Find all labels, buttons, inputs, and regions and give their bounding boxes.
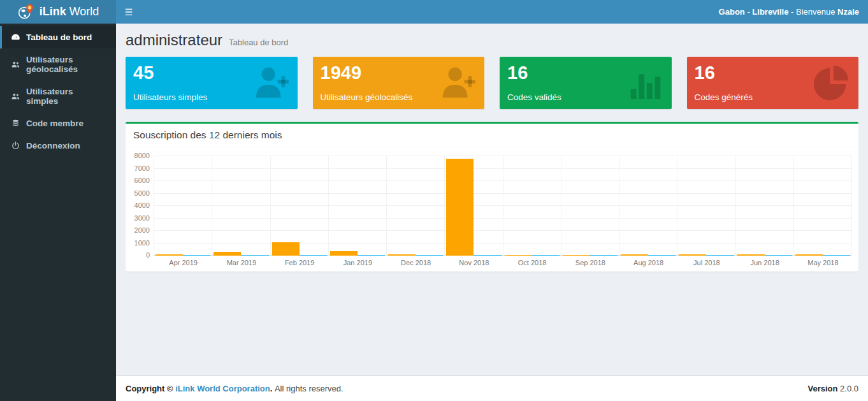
- brand-logo[interactable]: $ iLink World: [0, 0, 116, 24]
- dashboard-icon: [11, 33, 20, 42]
- bar-group: [561, 156, 619, 256]
- sidebar-item-deconnexion[interactable]: Déconnexion: [0, 135, 116, 157]
- x-tick-label: Mar 2019: [212, 259, 270, 266]
- bar-blue: [358, 255, 385, 256]
- bar-orange: [446, 159, 474, 256]
- footer: Copyright © iLink World Corporation. All…: [116, 375, 868, 401]
- panel-header: Souscription des 12 derniers mois: [126, 124, 858, 147]
- sidebar-item-label: Utilisateurs simples: [26, 87, 107, 106]
- x-tick-label: Aug 2018: [619, 259, 677, 266]
- bar-orange: [679, 254, 706, 256]
- chart-x-labels: Apr 2019Mar 2019Feb 2019Jan 2019Dec 2018…: [154, 256, 852, 266]
- bar-group: [212, 156, 270, 256]
- x-tick-label: Dec 2018: [387, 259, 445, 266]
- bar-blue: [416, 255, 443, 256]
- chart-y-axis: 010002000300040005000600070008000: [131, 156, 154, 256]
- bar-group: [271, 156, 329, 256]
- x-tick-label: Jun 2018: [736, 259, 794, 266]
- sidebar-toggle-button[interactable]: ☰: [116, 0, 141, 24]
- subscription-bar-chart: 010002000300040005000600070008000 Apr 20…: [126, 147, 858, 272]
- x-tick-label: May 2018: [794, 259, 852, 266]
- x-tick-label: Sep 2018: [561, 259, 619, 266]
- bar-blue: [532, 255, 560, 256]
- bar-group: [329, 156, 387, 256]
- greeting-separator: -: [788, 7, 796, 17]
- stat-cards: 45 Utilisateurs simples 1949 Utilisateur…: [126, 57, 858, 109]
- bar-blue: [590, 255, 618, 256]
- bar-group: [387, 156, 445, 256]
- sidebar-item-utilisateurs-geolocalises[interactable]: Utilisateurs géolocalisés: [0, 48, 116, 80]
- brand-name-regular: World: [69, 5, 99, 18]
- x-tick-label: Feb 2019: [271, 259, 329, 266]
- app-window: $ iLink World ☰ Gabon - Libreville - Bie…: [0, 0, 868, 401]
- user-country: Gabon: [719, 7, 745, 17]
- chart-plot: [154, 156, 852, 256]
- bar-group: [619, 156, 677, 256]
- bar-orange: [795, 254, 823, 256]
- main-content: administrateur Tableau de bord 45 Utilis…: [116, 24, 868, 401]
- footer-copyright: Copyright © iLink World Corporation. All…: [126, 384, 344, 393]
- sidebar-item-tableau-de-bord[interactable]: Tableau de bord: [0, 26, 116, 48]
- bar-blue: [648, 255, 676, 256]
- panel-title: Souscription des 12 derniers mois: [133, 129, 282, 140]
- greeting-text: Bienvenue: [796, 7, 837, 17]
- brand-name-bold: iLink: [40, 5, 66, 18]
- bar-group: [445, 156, 503, 256]
- bar-orange: [330, 251, 358, 256]
- y-tick-label: 2000: [134, 226, 150, 234]
- sidebar-item-label: Utilisateurs géolocalisés: [26, 55, 107, 74]
- y-tick-label: 1000: [134, 239, 150, 247]
- bar-blue: [474, 255, 501, 256]
- sidebar-item-utilisateurs-simples[interactable]: Utilisateurs simples: [0, 80, 116, 112]
- version-label: Version: [808, 384, 838, 393]
- database-icon: [11, 119, 20, 128]
- y-tick-label: 4000: [134, 201, 150, 209]
- bar-orange: [156, 254, 183, 256]
- user-city: Libreville: [752, 7, 788, 17]
- hamburger-icon: ☰: [125, 7, 133, 17]
- users-icon: [11, 92, 20, 101]
- bar-orange: [737, 254, 765, 256]
- brand-name: iLink World: [40, 5, 99, 18]
- card-codes-valides[interactable]: 16 Codes validés: [500, 57, 672, 109]
- x-tick-label: Oct 2018: [503, 259, 561, 266]
- globe-pin-logo-icon: $: [17, 3, 34, 20]
- user-greeting[interactable]: Gabon - Libreville - Bienvenue Nzale: [719, 7, 868, 17]
- svg-text:$: $: [29, 6, 31, 10]
- footer-version: Version 2.0.0: [808, 384, 859, 393]
- x-tick-label: Nov 2018: [445, 259, 503, 266]
- bar-orange: [213, 252, 241, 256]
- bar-orange: [505, 255, 532, 256]
- card-codes-generes[interactable]: 16 Codes générés: [687, 57, 859, 109]
- bar-group: [503, 156, 561, 256]
- user-plus-icon: [252, 63, 291, 103]
- bar-blue: [765, 255, 792, 256]
- bar-orange: [563, 255, 590, 256]
- version-value: 2.0.0: [837, 384, 858, 393]
- company-link[interactable]: iLink World Corporation: [175, 384, 270, 393]
- bar-orange: [621, 254, 648, 256]
- card-utilisateurs-geolocalises[interactable]: 1949 Utilisateurs géolocalisés: [313, 57, 485, 109]
- power-icon: [11, 141, 20, 150]
- y-tick-label: 6000: [134, 177, 150, 184]
- users-icon: [11, 60, 20, 69]
- user-name: Nzale: [837, 7, 859, 17]
- page-header: administrateur Tableau de bord: [126, 31, 858, 49]
- user-plus-icon: [438, 63, 478, 103]
- bar-blue: [823, 255, 850, 256]
- x-tick-label: Jul 2018: [677, 259, 735, 266]
- card-utilisateurs-simples[interactable]: 45 Utilisateurs simples: [126, 57, 298, 109]
- bar-group: [154, 156, 212, 256]
- y-tick-label: 3000: [134, 214, 150, 222]
- sidebar: Tableau de bord Utilisateurs géolocalisé…: [0, 24, 116, 401]
- navbar: ☰ Gabon - Libreville - Bienvenue Nzale: [116, 0, 868, 24]
- bar-blue: [183, 255, 210, 256]
- page-title: administrateur: [126, 31, 222, 49]
- bar-blue: [706, 255, 734, 256]
- top-bar: $ iLink World ☰ Gabon - Libreville - Bie…: [0, 0, 868, 24]
- sidebar-item-label: Tableau de bord: [26, 33, 92, 42]
- page-subtitle: Tableau de bord: [229, 38, 288, 47]
- rights-text: All rights reserved.: [275, 384, 344, 393]
- pie-chart-icon: [813, 63, 852, 103]
- sidebar-item-code-membre[interactable]: Code membre: [0, 112, 116, 135]
